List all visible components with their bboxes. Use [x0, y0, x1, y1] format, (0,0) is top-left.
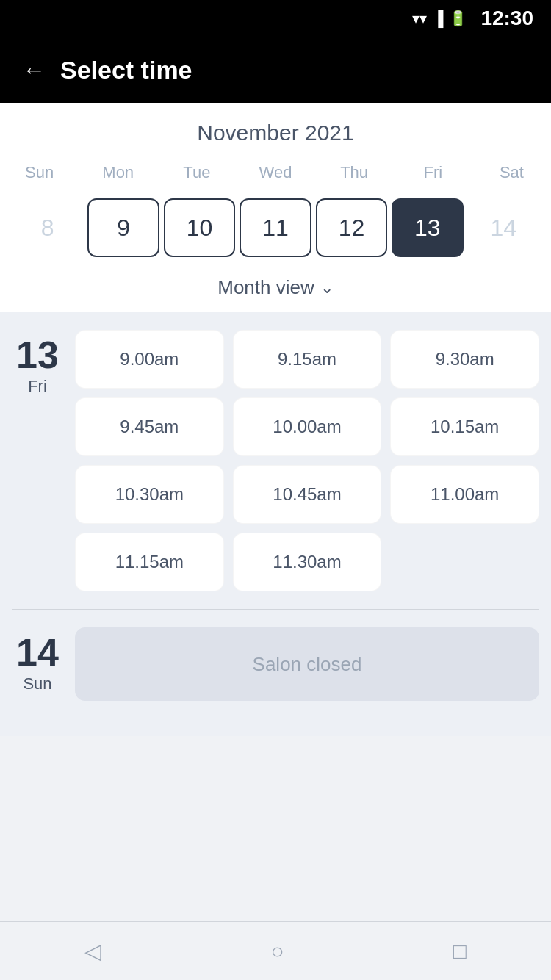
- time-slot-1045am[interactable]: 10.45am: [233, 465, 382, 524]
- day-header-sun: Sun: [0, 160, 79, 185]
- month-title: November 2021: [0, 120, 551, 145]
- slots-grid: 9.00am9.15am9.30am9.45am10.00am10.15am10…: [75, 330, 539, 591]
- day-header-tue: Tue: [157, 160, 236, 185]
- calendar-day-11[interactable]: 11: [240, 198, 311, 257]
- chevron-down-icon: ⌄: [320, 278, 334, 298]
- calendar-day-13[interactable]: 13: [392, 198, 463, 257]
- page-title: Select time: [60, 56, 192, 84]
- day-header-fri: Fri: [394, 160, 472, 185]
- time-slot-1130am[interactable]: 11.30am: [233, 533, 382, 591]
- day-block-fri: 13Fri9.00am9.15am9.30am9.45am10.00am10.1…: [12, 330, 539, 591]
- calendar-day-9[interactable]: 9: [87, 198, 159, 257]
- calendar-day-10[interactable]: 10: [164, 198, 235, 257]
- day-header-mon: Mon: [79, 160, 157, 185]
- timeslots-section: 13Fri9.00am9.15am9.30am9.45am10.00am10.1…: [0, 312, 551, 736]
- status-icons: ▾▾ ▐ 🔋: [412, 10, 467, 27]
- day-number: 13: [16, 336, 59, 374]
- nav-recents-icon[interactable]: □: [453, 939, 467, 964]
- day-header-sat: Sat: [472, 160, 551, 185]
- day-headers: SunMonTueWedThuFriSat: [0, 160, 551, 185]
- month-view-toggle[interactable]: Month view ⌄: [0, 266, 551, 312]
- day-header-thu: Thu: [315, 160, 394, 185]
- time-slot-945am[interactable]: 9.45am: [75, 397, 224, 456]
- month-view-label: Month view: [217, 276, 314, 299]
- wifi-icon: ▾▾: [412, 10, 427, 27]
- calendar-day-8: 8: [12, 198, 83, 257]
- closed-day-name: Sun: [23, 674, 51, 693]
- nav-back-icon[interactable]: ◁: [84, 938, 101, 964]
- time-slot-930am[interactable]: 9.30am: [390, 330, 539, 389]
- time-slot-1000am[interactable]: 10.00am: [233, 397, 382, 456]
- calendar-section: November 2021 SunMonTueWedThuFriSat 8910…: [0, 103, 551, 312]
- day-label: 13Fri: [12, 330, 63, 591]
- time-slot-1100am[interactable]: 11.00am: [390, 465, 539, 524]
- day-header-wed: Wed: [236, 160, 314, 185]
- status-time: 12:30: [480, 7, 533, 30]
- time-slot-1015am[interactable]: 10.15am: [390, 397, 539, 456]
- calendar-day-14: 14: [468, 198, 539, 257]
- day-name: Fri: [28, 377, 47, 396]
- closed-block: 14 Sun Salon closed: [12, 627, 539, 701]
- battery-icon: 🔋: [449, 10, 467, 27]
- signal-icon: ▐: [433, 10, 443, 27]
- closed-panel: Salon closed: [75, 627, 539, 701]
- time-slot-1115am[interactable]: 11.15am: [75, 533, 224, 591]
- calendar-row: 891011121314: [0, 192, 551, 263]
- nav-bar: ◁ ○ □: [0, 921, 551, 980]
- time-slot-915am[interactable]: 9.15am: [233, 330, 382, 389]
- status-bar: ▾▾ ▐ 🔋 12:30: [0, 0, 551, 37]
- divider: [12, 609, 539, 610]
- nav-home-icon[interactable]: ○: [270, 939, 284, 964]
- time-slot-900am[interactable]: 9.00am: [75, 330, 224, 389]
- calendar-day-12[interactable]: 12: [316, 198, 387, 257]
- back-button[interactable]: ←: [22, 57, 46, 84]
- header: ← Select time: [0, 37, 551, 103]
- time-slot-1030am[interactable]: 10.30am: [75, 465, 224, 524]
- closed-day-number: 14: [16, 633, 59, 671]
- closed-day-label: 14 Sun: [12, 627, 63, 701]
